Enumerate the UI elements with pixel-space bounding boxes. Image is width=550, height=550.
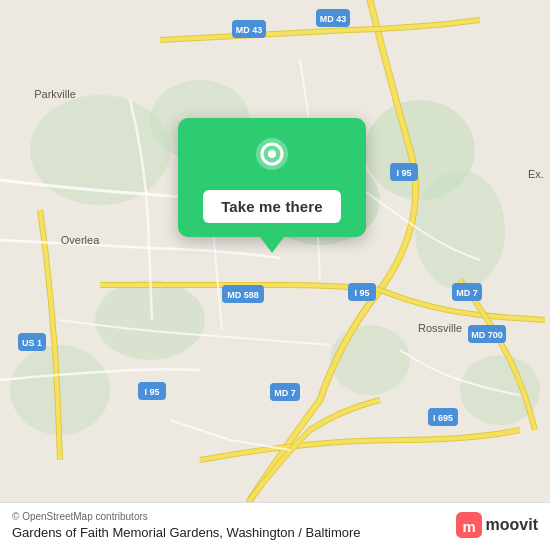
svg-point-6 — [330, 325, 410, 395]
svg-text:Ex.: Ex. — [528, 168, 544, 180]
svg-text:MD 43: MD 43 — [236, 25, 263, 35]
svg-text:MD 588: MD 588 — [227, 290, 259, 300]
take-me-there-button[interactable]: Take me there — [203, 190, 341, 223]
svg-text:I 95: I 95 — [354, 288, 369, 298]
popup-card: Take me there — [178, 118, 366, 237]
map-container: MD 43 MD 43 I 95 I 95 I 95 MD 588 US 1 M… — [0, 0, 550, 550]
svg-text:I 95: I 95 — [396, 168, 411, 178]
svg-text:m: m — [462, 519, 475, 535]
map-svg: MD 43 MD 43 I 95 I 95 I 95 MD 588 US 1 M… — [0, 0, 550, 550]
svg-text:I 95: I 95 — [144, 387, 159, 397]
svg-text:MD 7: MD 7 — [456, 288, 478, 298]
moovit-logo: m moovit — [456, 512, 538, 538]
svg-text:Rossville: Rossville — [418, 322, 462, 334]
svg-text:MD 700: MD 700 — [471, 330, 503, 340]
svg-text:MD 7: MD 7 — [274, 388, 296, 398]
svg-text:Overlea: Overlea — [61, 234, 100, 246]
bottom-bar: © OpenStreetMap contributors Gardens of … — [0, 502, 550, 550]
svg-point-38 — [268, 150, 276, 158]
moovit-icon: m — [456, 512, 482, 538]
moovit-logo-text: moovit — [486, 516, 538, 534]
location-pin-icon — [250, 136, 294, 180]
svg-text:MD 43: MD 43 — [320, 14, 347, 24]
svg-point-4 — [30, 95, 170, 205]
svg-text:Parkville: Parkville — [34, 88, 76, 100]
svg-text:I 695: I 695 — [433, 413, 453, 423]
svg-point-5 — [415, 170, 505, 290]
svg-text:US 1: US 1 — [22, 338, 42, 348]
